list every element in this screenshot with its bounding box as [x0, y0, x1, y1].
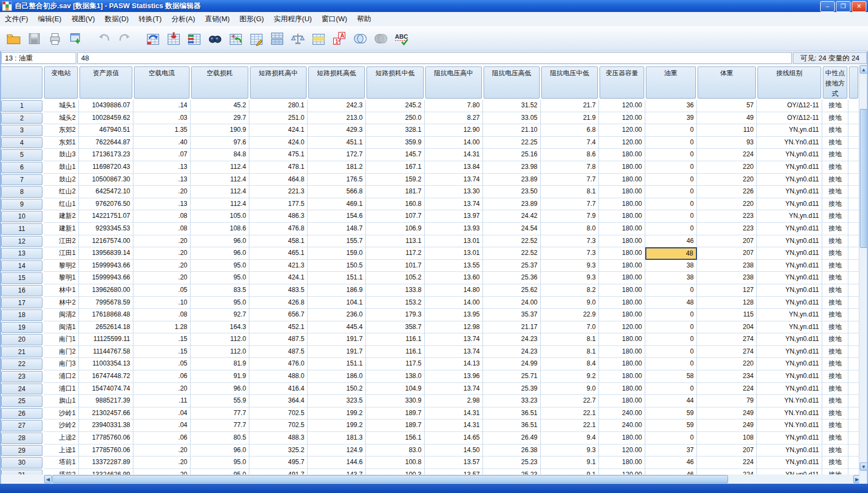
select-cases-icon[interactable] [308, 28, 329, 49]
cell[interactable]: 0 [645, 124, 697, 137]
cell[interactable]: 9885217.39 [79, 395, 133, 407]
cell[interactable]: 17618868.48 [79, 309, 133, 321]
insert-cases-icon[interactable] [184, 28, 205, 49]
cell[interactable]: 25.39 [483, 383, 541, 395]
cell[interactable]: 124.9 [308, 445, 366, 457]
cell[interactable]: 240.00 [599, 407, 645, 420]
cell[interactable]: 23.98 [483, 161, 541, 174]
cell[interactable]: 接地 [822, 445, 848, 457]
cell[interactable]: 24.99 [483, 358, 541, 370]
cell[interactable]: 7.3 [541, 247, 599, 260]
cell[interactable]: YN,yn0.d11 [757, 198, 822, 211]
cell[interactable]: 浦口2 [44, 370, 79, 383]
cell[interactable]: YN.Yn0.d11 [757, 137, 822, 149]
empty-cell[interactable] [848, 223, 859, 235]
cell[interactable]: 8.1 [541, 333, 599, 346]
cell[interactable]: 59 [645, 407, 697, 420]
column-header[interactable]: 短路损耗高中 [250, 66, 307, 99]
cell[interactable]: 7.9 [541, 210, 599, 223]
row-header[interactable]: 7 [1, 174, 42, 186]
cell[interactable]: 21302457.66 [79, 407, 133, 420]
cell[interactable]: 424.1 [249, 272, 308, 284]
cell[interactable]: 0 [645, 186, 697, 198]
cell[interactable]: YN,yn0.d11 [757, 272, 822, 284]
menu-item-8[interactable]: 实用程序(U) [269, 13, 317, 26]
empty-cell[interactable] [848, 161, 859, 174]
cell[interactable]: 180.00 [599, 210, 645, 223]
cell[interactable]: 13.95 [425, 309, 483, 321]
cell[interactable]: 接地 [822, 124, 848, 137]
cell[interactable]: 464.8 [249, 174, 308, 186]
cell[interactable]: 416.4 [249, 383, 308, 395]
cell[interactable]: 106.9 [366, 223, 425, 235]
cell[interactable]: 22.9 [541, 309, 599, 321]
cell[interactable]: 21.17 [483, 321, 541, 334]
row-header[interactable]: 25 [1, 395, 42, 407]
cell[interactable]: 8.6 [541, 149, 599, 161]
cell[interactable]: 220 [697, 198, 757, 211]
cell[interactable]: 城头1 [44, 100, 79, 112]
cell[interactable]: 81.9 [191, 358, 249, 370]
row-header[interactable]: 28 [1, 433, 42, 444]
cell[interactable]: .15 [133, 346, 191, 358]
cell[interactable]: 接地 [822, 309, 848, 321]
cell[interactable]: 8.27 [425, 112, 483, 125]
cell[interactable]: YN,yn0.d11 [757, 358, 822, 370]
cell[interactable]: 13.96 [425, 370, 483, 383]
cell[interactable]: 7.8 [541, 161, 599, 174]
cell[interactable]: 0 [645, 432, 697, 445]
row-header[interactable]: 13 [1, 248, 42, 259]
cell[interactable]: 14.00 [425, 137, 483, 149]
cell[interactable]: 25.23 [483, 457, 541, 469]
cell[interactable]: 120.00 [599, 321, 645, 334]
cell[interactable]: 45.2 [191, 100, 249, 112]
cell[interactable]: 274 [697, 346, 757, 358]
cell[interactable]: 101.7 [366, 260, 425, 272]
cell[interactable]: 14.00 [425, 297, 483, 309]
cell[interactable]: 92.7 [191, 309, 249, 321]
cell[interactable]: 接地 [822, 198, 848, 211]
close-button[interactable]: ✕ [852, 1, 866, 12]
cell[interactable]: 80.5 [191, 432, 249, 445]
menu-item-9[interactable]: 窗口(W) [317, 13, 352, 26]
cell[interactable]: 23.50 [483, 186, 541, 198]
cell[interactable]: 7.0 [541, 321, 599, 334]
row-header[interactable]: 24 [1, 384, 42, 395]
cell[interactable]: .11 [133, 395, 191, 407]
horizontal-scrollbar[interactable]: ◀ ▶ [44, 474, 861, 484]
cell[interactable]: 49 [697, 112, 757, 125]
cell[interactable]: 接地 [822, 419, 848, 432]
cell[interactable]: 180.00 [599, 174, 645, 186]
row-header[interactable]: 10 [1, 211, 42, 222]
cell[interactable]: 7995678.59 [79, 297, 133, 309]
cell[interactable]: 红山2 [44, 186, 79, 198]
cell[interactable]: 656.7 [249, 309, 308, 321]
cell[interactable]: .20 [133, 445, 191, 457]
cell[interactable]: 96.0 [191, 235, 249, 248]
row-header[interactable]: 12 [1, 236, 42, 247]
cell[interactable]: 9.3 [541, 272, 599, 284]
cell[interactable]: 220 [697, 358, 757, 370]
cell[interactable]: 44 [645, 395, 697, 407]
column-header[interactable]: 短路损耗中低 [366, 66, 424, 99]
cell[interactable]: 9.3 [541, 445, 599, 457]
cell[interactable]: 14221751.07 [79, 210, 133, 223]
cell[interactable]: 17136173.23 [79, 149, 133, 161]
cell[interactable]: 238 [697, 272, 757, 284]
cell[interactable]: 274 [697, 333, 757, 346]
cell[interactable]: 10028459.62 [79, 112, 133, 125]
cell[interactable]: 0 [645, 284, 697, 297]
cell[interactable]: 180.00 [599, 457, 645, 469]
cell[interactable]: 236.0 [308, 309, 366, 321]
selected-cell[interactable]: 48 [645, 247, 697, 260]
cell[interactable]: 117.5 [366, 358, 425, 370]
cell[interactable]: 186.9 [308, 284, 366, 297]
cell[interactable]: 37 [645, 445, 697, 457]
column-header[interactable]: 阻抗电压中低 [541, 66, 598, 99]
cell[interactable]: 8.4 [541, 358, 599, 370]
cell[interactable]: YN,yn0.d11 [757, 284, 822, 297]
empty-cell[interactable] [848, 124, 859, 137]
empty-cell[interactable] [848, 247, 859, 260]
cell[interactable]: 220 [697, 161, 757, 174]
cell[interactable]: 488.3 [249, 432, 308, 445]
